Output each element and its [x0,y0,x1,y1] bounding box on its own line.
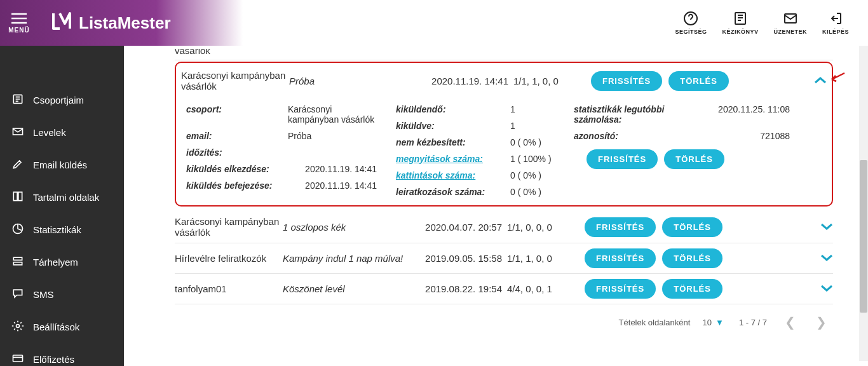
delete-button[interactable]: TÖRLÉS [662,248,722,268]
logo[interactable]: ListaMester [51,10,171,37]
expand-toggle[interactable] [820,281,833,296]
sidebar-item-letters[interactable]: Levelek [0,116,124,149]
clicks-link[interactable]: kattintások száma: [396,170,475,180]
logout-icon [828,11,843,29]
refresh-button[interactable]: FRISSÍTÉS [587,149,658,169]
action-label: KÉZIKÖNYV [722,29,758,35]
sidebar-item-content[interactable]: Tartalmi oldalak [0,181,124,214]
scrollbar[interactable] [859,46,868,361]
table-row: Hírlevélre feliratkozók Kampány indul 1 … [175,243,833,274]
detail-actions: FRISSÍTÉS TÖRLÉS [574,144,790,169]
sidebar-label: Email küldés [33,159,87,170]
value-to-send: 1 [510,104,555,114]
storage-icon [11,255,33,269]
sidebar-item-storage[interactable]: Tárhelyem [0,246,124,278]
partial-row-above: vásárlók [175,49,833,60]
table-row: Karácsonyi kampányban vásárlók Próba 202… [181,65,827,96]
delete-button[interactable]: TÖRLÉS [668,71,729,91]
cell-time: 2019.08.22. 19:54 [416,283,502,294]
chevron-up-icon [814,74,827,88]
label-sent: kiküldve: [396,121,435,131]
value-stats-calc: 2020.11.25. 11:08 [718,104,790,114]
groups-icon [11,93,33,107]
logout-button[interactable]: KILÉPÉS [818,8,853,37]
detail-col-1: csoport:Karácsonyi kampányban vásárlók e… [186,101,377,200]
cell-email: Köszönet levél [283,283,416,294]
svg-rect-7 [13,262,22,265]
value-send-start: 2020.11.19. 14:41 [305,164,377,174]
next-page-button[interactable]: ❯ [813,315,829,330]
chevron-left-icon: ❮ [785,315,796,329]
cell-stats: 4/4, 0, 0, 1 [502,283,572,294]
label-to-send: kiküldendő: [396,104,446,114]
cell-actions: FRISSÍTÉS TÖRLÉS [585,217,722,237]
help-button[interactable]: SEGÍTSÉG [671,8,710,37]
pencil-icon [11,158,33,172]
expand-toggle[interactable] [820,220,833,234]
cell-email: 1 oszlopos kék [283,222,416,233]
sidebar-item-send[interactable]: Email küldés [0,149,124,181]
value-unsubs: 0 ( 0% ) [510,187,555,197]
main-content: vásárlók Karácsonyi kampányban vásárlók … [124,46,858,366]
value-opens: 1 ( 100% ) [510,154,555,164]
value-email: Próba [288,131,377,141]
sidebar-label: Tárhelyem [33,257,78,268]
cell-stats: 1/1, 0, 0, 0 [502,222,572,233]
sidebar-item-groups[interactable]: Csoportjaim [0,84,124,116]
manual-button[interactable]: KÉZIKÖNYV [718,8,762,37]
refresh-button[interactable]: FRISSÍTÉS [585,248,656,268]
svg-point-8 [17,325,20,328]
chevron-down-icon [820,281,833,295]
sidebar-label: Statisztikák [33,224,81,235]
per-page-label: Tételek oldalanként [619,318,691,327]
sidebar-item-stats[interactable]: Statisztikák [0,214,124,246]
logo-text: ListaMester [79,13,171,33]
label-send-end: kiküldés befejezése: [186,180,272,191]
value-clicks: 0 ( 0% ) [510,170,555,180]
messages-button[interactable]: ÜZENETEK [770,8,811,37]
opens-link[interactable]: megnyitások száma: [396,154,483,164]
action-label: SEGÍTSÉG [675,29,707,35]
value-sent: 1 [510,121,555,131]
cell-group: Hírlevélre feliratkozók [175,253,283,264]
refresh-button[interactable]: FRISSÍTÉS [585,279,656,299]
cell-email: Próba [289,76,423,86]
sidebar-label: Előfizetés [33,354,74,365]
sidebar-item-sms[interactable]: SMS [0,278,124,311]
sidebar-item-settings[interactable]: Beállítások [0,311,124,343]
cell-email: Kampány indul 1 nap múlva! [283,253,416,264]
cell-actions: FRISSÍTÉS TÖRLÉS [585,248,722,268]
refresh-button[interactable]: FRISSÍTÉS [591,71,662,91]
delete-button[interactable]: TÖRLÉS [662,217,722,237]
prev-page-button[interactable]: ❮ [782,315,798,330]
detail-col-3: statisztikák legutóbbi számolása:2020.11… [574,101,790,200]
action-label: ÜZENETEK [773,29,807,35]
label-id: azonosító: [574,131,688,141]
label-email: email: [186,131,212,141]
chevron-down-icon [820,220,833,234]
cell-stats: 1/1, 1, 0, 0 [502,253,572,264]
value-group: Karácsonyi kampányban vásárlók [288,104,377,125]
collapse-toggle[interactable] [814,74,827,88]
menu-button[interactable]: MENÜ [0,0,38,46]
page-size-select[interactable]: Tételek oldalanként 10 ▼ [619,318,724,327]
delete-button[interactable]: TÖRLÉS [664,149,724,169]
value-send-end: 2020.11.19. 14:41 [305,180,377,191]
help-icon [683,11,698,29]
cell-time: 2020.04.07. 20:57 [416,222,502,233]
card-icon [11,352,33,366]
per-page-value: 10 [703,318,712,327]
cell-actions: FRISSÍTÉS TÖRLÉS [591,71,729,91]
sidebar-item-subscription[interactable]: Előfizetés [0,343,124,366]
cell-stats: 1/1, 1, 0, 0 [508,76,578,86]
expand-toggle[interactable] [820,251,833,266]
scrollbar-thumb[interactable] [860,160,867,313]
detail-col-2: kiküldendő:1 kiküldve:1 nem kézbesített:… [396,101,555,200]
refresh-button[interactable]: FRISSÍTÉS [585,217,656,237]
label-send-start: kiküldés elkezdése: [186,164,269,174]
delete-button[interactable]: TÖRLÉS [662,279,722,299]
cell-group: Karácsonyi kampányban vásárlók [175,217,283,238]
label-unsubs: leiratkozások száma: [396,187,485,197]
topbar-left: MENÜ ListaMester [0,0,171,46]
label-group: csoport: [186,104,222,114]
